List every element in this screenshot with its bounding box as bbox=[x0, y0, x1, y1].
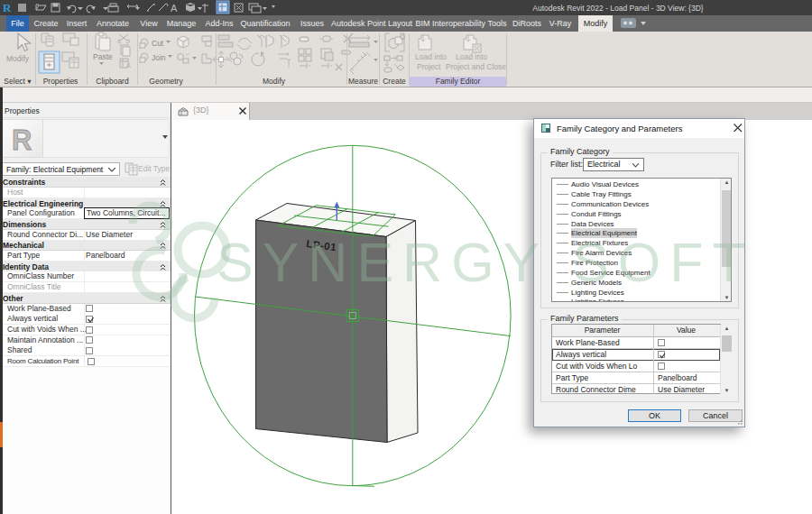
svg-text:R: R bbox=[3, 1, 12, 14]
svg-text:Project: Project bbox=[417, 62, 441, 71]
svg-text:A: A bbox=[171, 3, 178, 14]
svg-text:Load into: Load into bbox=[415, 52, 447, 61]
svg-text:Modify: Modify bbox=[6, 54, 30, 63]
svg-text:Join: Join bbox=[152, 53, 166, 62]
svg-text:Cut: Cut bbox=[152, 39, 164, 48]
svg-text:Project and Close: Project and Close bbox=[446, 62, 506, 71]
svg-text:Load into: Load into bbox=[456, 52, 487, 61]
svg-text:R: R bbox=[12, 124, 32, 156]
svg-text:Paste: Paste bbox=[93, 52, 113, 61]
